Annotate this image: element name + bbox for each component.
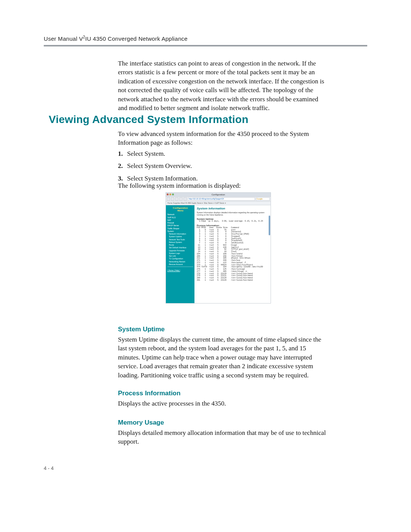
sidebar-item-traffic-shaper: Traffic Shaper	[167, 227, 193, 230]
sidebar-subitem: Set Link	[167, 255, 193, 257]
sidebar-footer-links: | Home | Help |	[167, 269, 193, 272]
page-description: System Information displays detailed inf…	[197, 211, 269, 216]
list-item: 1.Select System.	[118, 148, 327, 160]
sidebar-item-dhcp-server: DHCP Server	[167, 224, 193, 227]
browser-toolbar: http://10.10.10.40/cgi-bin/config?page=2…	[166, 197, 271, 201]
header-product-title: User Manual V2IU 4350 Converged Network …	[44, 35, 367, 42]
para-system-uptime: System Uptime displays the current time,…	[118, 335, 327, 380]
forward-icon	[171, 197, 174, 201]
sidebar-subitem: Networking Restart	[167, 260, 193, 263]
sidebar-item-voip-alg: VoIP ALG	[167, 216, 193, 219]
sidebar-item-nat: NAT	[167, 219, 193, 221]
sidebar-item-firewall: Firewall	[167, 222, 193, 224]
window-title: Configuration	[212, 193, 225, 196]
sidebar-subitem: Set Default Interface	[167, 246, 193, 249]
sidebar-item-network: Network	[167, 213, 193, 216]
step-number: 2.	[118, 160, 127, 172]
config-sidebar: Configuration Menu Network VoIP ALG NAT …	[166, 205, 194, 304]
reload-icon	[175, 197, 178, 201]
sidebar-subitem: Upgrade Firmware	[167, 249, 193, 252]
bookmark-bar: Home Supplies MacOS IBM Apple News ▾ Mac…	[166, 201, 271, 205]
steps-list: 1.Select System. 2.Select System Overvie…	[118, 148, 327, 185]
para-following: The following system information is disp…	[118, 181, 327, 190]
search-field: Google	[256, 197, 270, 201]
sidebar-item-system: System	[167, 230, 193, 232]
sidebar-separator	[167, 267, 193, 267]
process-heading: Process Information:	[197, 224, 269, 227]
para-to-view: To view advanced system information for …	[118, 129, 327, 147]
stop-icon	[179, 197, 183, 201]
process-table: PID PPID User State Size Command 1 0 roo…	[197, 227, 269, 282]
add-icon	[183, 197, 187, 201]
header-prefix: User Manual V	[44, 35, 83, 42]
step-text: Select System Information.	[127, 175, 198, 182]
back-icon	[167, 197, 170, 201]
sidebar-subitem: System Uptime	[167, 235, 193, 238]
subheading-system-uptime: System Uptime	[118, 326, 165, 333]
subheading-memory-usage: Memory Usage	[118, 419, 164, 427]
page-header: User Manual V2IU 4350 Converged Network …	[44, 35, 367, 46]
step-number: 1.	[118, 148, 127, 160]
para-memory-usage: Displays detailed memory allocation info…	[118, 428, 327, 446]
sidebar-subitem: Rescue Account	[167, 263, 193, 265]
minimize-dot-icon	[169, 193, 171, 195]
address-bar: http://10.10.10.40/cgi-bin/config?page=2…	[188, 197, 255, 201]
step-text: Select System.	[127, 150, 165, 157]
config-content: System Information System Information di…	[194, 205, 271, 304]
sidebar-subitem: Network Information	[167, 233, 193, 235]
para-process-info: Displays the active processes in the 435…	[118, 399, 327, 408]
sidebar-subitem: T1 Configuration	[167, 257, 193, 260]
list-item: 2.Select System Overview.	[118, 160, 327, 172]
sidebar-subitem: Reboot System	[167, 241, 193, 243]
header-rule	[44, 45, 367, 46]
section-heading: Viewing Advanced System Information	[49, 113, 249, 126]
page-number: 4 - 4	[44, 465, 54, 471]
sidebar-title: Configuration Menu	[167, 207, 193, 212]
close-dot-icon	[167, 193, 169, 195]
embedded-screenshot: Configuration http://10.10.10.40/cgi-bin…	[166, 192, 271, 304]
sidebar-subitem: System Logs	[167, 252, 193, 254]
header-suffix: IU 4350 Converged Network Appliance	[85, 35, 188, 42]
intro-paragraph: The interface statistics can point to ar…	[118, 59, 327, 113]
step-text: Select System Overview.	[127, 162, 192, 169]
macos-window-controls	[167, 193, 174, 195]
subheading-process-info: Process Information	[118, 390, 180, 397]
scrollbar-thumb	[269, 216, 270, 235]
sidebar-subitem: Network Test Tools	[167, 238, 193, 241]
uptime-value: 1:54pm up 3 days, 3:06, load average: 0.…	[197, 220, 269, 223]
page-heading: System Information	[197, 207, 269, 210]
window-titlebar: Configuration	[166, 193, 271, 197]
zoom-dot-icon	[172, 193, 174, 195]
sidebar-subitem: Route	[167, 244, 193, 246]
